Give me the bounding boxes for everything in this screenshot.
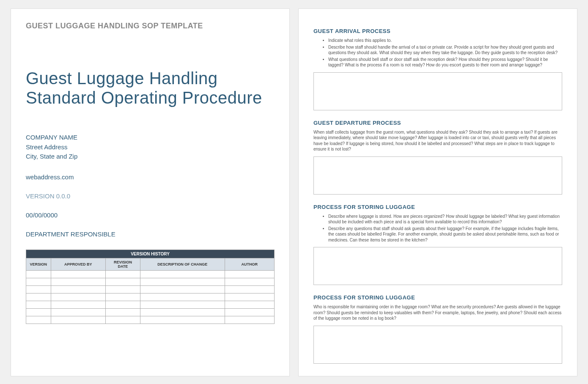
- list-item: Describe where luggage is stored. How ar…: [328, 214, 562, 225]
- web-address: webaddress.com: [26, 173, 275, 181]
- list-item: What questions should bell staff or door…: [328, 57, 562, 68]
- table-header-row: VERSION APPROVED BY REVISION DATE DESCRI…: [26, 258, 275, 270]
- table-row: [26, 285, 275, 293]
- storing1-input-box[interactable]: [313, 247, 562, 285]
- company-name: COMPANY NAME: [26, 133, 275, 143]
- storing2-para: Who is responsible for maintaining order…: [313, 304, 562, 321]
- col-approved-by: APPROVED BY: [51, 258, 105, 270]
- template-header: GUEST LUGGAGE HANDLING SOP TEMPLATE: [26, 22, 275, 30]
- departure-para: When staff collects luggage from the gue…: [313, 129, 562, 152]
- table-row: [26, 278, 275, 285]
- departure-heading: GUEST DEPARTURE PROCESS: [313, 120, 562, 126]
- company-block: COMPANY NAME Street Address City, State …: [26, 133, 275, 162]
- departure-input-box[interactable]: [313, 156, 562, 195]
- col-version: VERSION: [26, 258, 51, 270]
- storing2-heading: PROCESS FOR STORING LUGGAGE: [313, 294, 562, 301]
- storing2-input-box[interactable]: [313, 326, 562, 364]
- table-row: [26, 293, 275, 301]
- document-title: Guest Luggage Handling Standard Operatin…: [26, 69, 275, 107]
- version-history-table: VERSION HISTORY VERSION APPROVED BY REVI…: [26, 250, 275, 324]
- col-description: DESCRIPTION OF CHANGE: [140, 258, 225, 270]
- arrival-heading: GUEST ARRIVAL PROCESS: [313, 28, 562, 34]
- arrival-bullets: Indicate what roles this applies to. Des…: [313, 38, 562, 68]
- date-label: 00/00/0000: [26, 211, 275, 219]
- storing1-heading: PROCESS FOR STORING LUGGAGE: [313, 204, 562, 210]
- col-revision-date: REVISION DATE: [105, 258, 140, 270]
- version-label: VERSION 0.0.0: [26, 192, 275, 200]
- street-address: Street Address: [26, 143, 275, 152]
- page-1: GUEST LUGGAGE HANDLING SOP TEMPLATE Gues…: [11, 8, 290, 376]
- page-2: GUEST ARRIVAL PROCESS Indicate what role…: [298, 8, 577, 376]
- arrival-input-box[interactable]: [313, 72, 562, 110]
- storing1-bullets: Describe where luggage is stored. How ar…: [313, 214, 562, 243]
- table-row: [26, 301, 275, 308]
- col-author: AUTHOR: [225, 258, 274, 270]
- list-item: Indicate what roles this applies to.: [328, 38, 562, 44]
- table-row: [26, 316, 275, 324]
- table-row: [26, 308, 275, 316]
- list-item: Describe any questions that staff should…: [328, 226, 562, 243]
- list-item: Describe how staff should handle the arr…: [328, 44, 562, 56]
- city-state-zip: City, State and Zip: [26, 152, 275, 162]
- table-row: [26, 270, 275, 278]
- table-title: VERSION HISTORY: [26, 250, 275, 258]
- department-label: DEPARTMENT RESPONSIBLE: [26, 230, 275, 238]
